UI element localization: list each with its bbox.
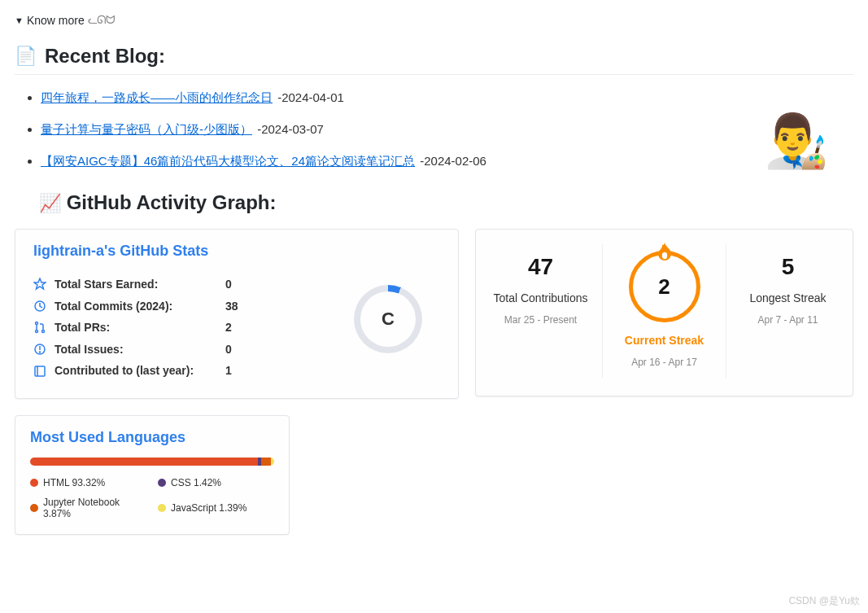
streak-longest: 5 Longest Streak Apr 7 - Apr 11	[726, 244, 849, 378]
grade-ring: C	[354, 285, 422, 353]
artist-emoji-icon: 👨‍🎨	[764, 111, 829, 172]
history-icon	[33, 300, 46, 313]
languages-legend: HTML 93.32% CSS 1.42% Jupyter Notebook 3…	[30, 477, 274, 519]
triangle-down-icon: ▼	[15, 15, 24, 25]
stat-row-prs: Total PRs: 2	[33, 317, 354, 339]
svg-point-4	[42, 331, 45, 333]
blog-item: 【网安AIGC专题】46篇前沿代码大模型论文、24篇论文阅读笔记汇总 -2024…	[41, 145, 853, 177]
know-more-toggle[interactable]: ▼ Know more ᓚᘏᗢ	[15, 13, 853, 27]
lang-item-html: HTML 93.32%	[30, 477, 146, 488]
lang-item-js: JavaScript 1.39%	[158, 497, 274, 519]
pull-request-icon	[33, 321, 46, 334]
total-contrib-num: 47	[482, 254, 599, 280]
lang-dot-icon	[158, 504, 166, 512]
svg-point-8	[661, 252, 666, 259]
star-icon	[33, 278, 46, 291]
languages-card: Most Used Languages HTML 93.32% CSS 1.42…	[15, 415, 290, 535]
stat-row-commits: Total Commits (2024): 38	[33, 296, 354, 317]
document-icon: 📄	[15, 46, 37, 67]
activity-graph-title: GitHub Activity Graph:	[67, 191, 277, 213]
svg-point-6	[40, 352, 41, 352]
current-streak-label: Current Streak	[606, 334, 722, 347]
languages-title: Most Used Languages	[30, 429, 274, 446]
repo-icon	[33, 365, 46, 378]
activity-graph-heading: 📈 GitHub Activity Graph:	[39, 191, 853, 214]
blog-date: -2024-03-07	[257, 122, 324, 136]
lang-dot-icon	[30, 504, 38, 512]
lang-dot-icon	[30, 479, 38, 487]
lang-item-jupyter: Jupyter Notebook 3.87%	[30, 497, 146, 519]
streak-current: 2 Current Streak Apr 16 - Apr 17	[602, 244, 726, 378]
total-contrib-label: Total Contributions	[482, 291, 599, 304]
streak-total: 47 Total Contributions Mar 25 - Present	[479, 244, 602, 378]
languages-bar	[30, 458, 274, 466]
blog-date: -2024-02-06	[420, 154, 486, 168]
svg-point-3	[36, 331, 38, 333]
stat-row-contributed: Contributed to (last year): 1	[33, 360, 354, 382]
fire-ring-icon: 2	[629, 251, 700, 322]
blog-link[interactable]: 【网安AIGC专题】46篇前沿代码大模型论文、24篇论文阅读笔记汇总	[41, 154, 415, 168]
blog-link[interactable]: 四年旅程，一路成长——小雨的创作纪念日	[41, 90, 273, 104]
flame-icon	[656, 242, 673, 261]
current-streak-sub: Apr 16 - Apr 17	[606, 357, 722, 368]
know-more-label: Know more	[27, 14, 85, 27]
stats-card-title: lightrain-a's GitHub Stats	[33, 243, 208, 260]
lang-item-css: CSS 1.42%	[158, 477, 274, 488]
blog-list: 四年旅程，一路成长——小雨的创作纪念日 -2024-04-01 量子计算与量子密…	[15, 81, 853, 177]
stat-row-stars: Total Stars Earned: 0	[33, 274, 354, 296]
longest-streak-num: 5	[730, 254, 846, 280]
svg-point-2	[36, 322, 38, 325]
blog-item: 四年旅程，一路成长——小雨的创作纪念日 -2024-04-01	[41, 81, 853, 113]
stat-row-issues: Total Issues: 0	[33, 339, 354, 361]
blog-link[interactable]: 量子计算与量子密码（入门级-少图版）	[41, 122, 252, 136]
lang-dot-icon	[158, 479, 166, 487]
streak-card: 47 Total Contributions Mar 25 - Present …	[475, 229, 853, 396]
github-stats-card: lightrain-a's GitHub Stats Total Stars E…	[15, 229, 459, 399]
longest-streak-sub: Apr 7 - Apr 11	[730, 314, 846, 326]
blog-date: -2024-04-01	[277, 90, 344, 104]
current-streak-num: 2	[658, 274, 670, 300]
grade-letter: C	[360, 291, 416, 347]
blog-item: 量子计算与量子密码（入门级-少图版） -2024-03-07	[41, 113, 853, 145]
recent-blog-title: Recent Blog:	[45, 45, 165, 68]
chart-icon: 📈	[39, 193, 61, 213]
longest-streak-label: Longest Streak	[730, 291, 846, 304]
recent-blog-heading: 📄 Recent Blog:	[15, 45, 853, 75]
total-contrib-sub: Mar 25 - Present	[482, 314, 599, 326]
svg-rect-7	[35, 366, 45, 376]
cat-ascii-icon: ᓚᘏᗢ	[88, 13, 115, 27]
svg-marker-0	[34, 278, 46, 289]
issues-icon	[33, 343, 46, 356]
